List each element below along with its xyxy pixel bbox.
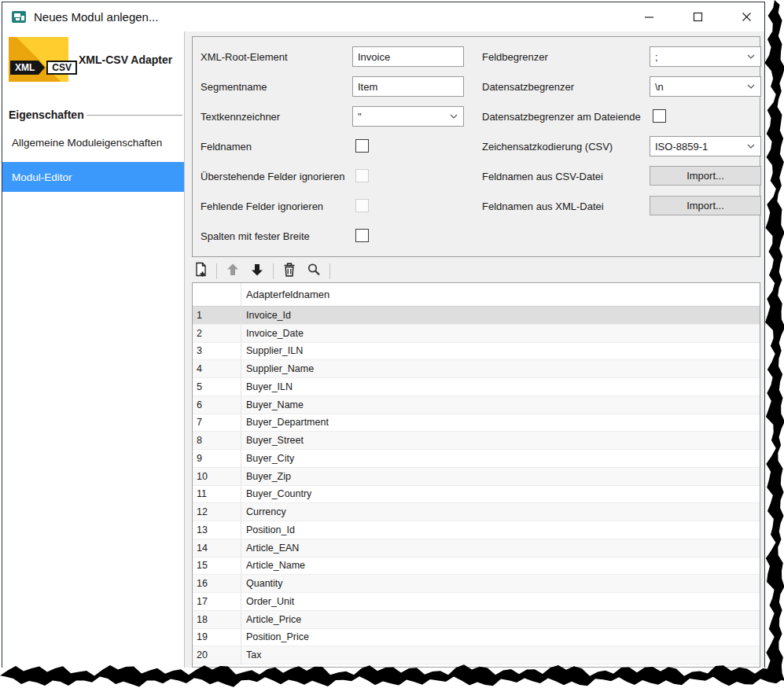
search-button[interactable] [305, 263, 322, 280]
adapter-field-name: Invoice_Date [241, 325, 760, 342]
table-row[interactable]: 9Buyer_City [193, 450, 760, 468]
row-number: 9 [193, 450, 241, 467]
table-row[interactable]: 7Buyer_Department [193, 414, 760, 432]
field-list-toolbar [192, 262, 330, 281]
form-row-feldnamen-aus-csv-datei: Feldnamen aus CSV-DateiImport... [193, 166, 760, 186]
table-row[interactable]: 13Position_Id [193, 521, 760, 539]
datensatzbegrenzer-am-dateiende-checkbox[interactable] [653, 109, 666, 123]
section-label: Eigenschaften [9, 109, 84, 121]
app-icon [12, 11, 26, 23]
adapter-field-name: Article_Price [241, 611, 760, 628]
form-row-zeichensatzkodierung-csv: Zeichensatzkodierung (CSV)ISO-8859-1 [193, 136, 760, 156]
adapter-fields-table: Adapterfeldnamen 1Invoice_Id2Invoice_Dat… [192, 282, 760, 668]
feldnamen-aus-xml-datei-import-button[interactable]: Import... [650, 196, 761, 215]
feldbegrenzer-select[interactable]: ; [650, 46, 761, 67]
adapter-field-name: Invoice_Id [241, 307, 760, 324]
table-row[interactable]: 12Currency [193, 503, 760, 521]
move-down-button[interactable] [248, 263, 266, 280]
title-bar: Neues Modul anlegen... [2, 2, 764, 31]
table-row[interactable]: 5Buyer_ILN [193, 378, 760, 396]
table-row[interactable]: 11Buyer_Country [193, 486, 760, 504]
table-row[interactable]: 17Order_Unit [193, 593, 760, 611]
table-row[interactable]: 6Buyer_Name [193, 396, 760, 414]
close-icon [742, 12, 752, 22]
adapter-field-name: Buyer_Name [241, 396, 760, 414]
adapter-field-name: Supplier_Name [241, 360, 760, 377]
row-number: 12 [193, 503, 241, 521]
row-number: 3 [193, 343, 241, 360]
feldnamen-aus-csv-datei-import-button[interactable]: Import... [650, 166, 761, 186]
table-row[interactable]: 8Buyer_Street [193, 432, 760, 450]
feldbegrenzer-label: Feldbegrenzer [482, 46, 548, 67]
toolbar-separator [329, 263, 330, 279]
table-row[interactable]: 19Position_Price [193, 629, 760, 647]
table-row[interactable]: 14Article_EAN [193, 539, 760, 557]
adapter-field-name: Tax [241, 646, 760, 664]
adapter-field-name: Currency [241, 503, 760, 521]
minimize-button[interactable] [637, 6, 661, 28]
close-button[interactable] [734, 6, 758, 28]
row-number: 11 [193, 486, 241, 503]
delete-button[interactable] [281, 263, 298, 280]
logo-xml-label: XML [10, 61, 39, 75]
minimize-icon [644, 12, 654, 22]
table-row[interactable]: 15Article_Name [193, 557, 760, 576]
move-down-icon [249, 262, 265, 281]
section-rule [86, 115, 182, 116]
window-title: Neues Modul anlegen... [34, 10, 158, 24]
row-number: 10 [193, 468, 241, 485]
chevron-down-icon [747, 84, 755, 89]
form-row-feldbegrenzer: Feldbegrenzer; [193, 46, 760, 67]
row-number: 14 [193, 539, 241, 557]
zeichensatzkodierung-csv-value: ISO-8859-1 [655, 141, 708, 153]
logo-csv-label: CSV [46, 61, 77, 75]
adapter-field-name: Buyer_Street [241, 432, 760, 449]
table-header: Adapterfeldnamen [193, 283, 760, 307]
adapter-field-name: Position_Id [241, 521, 760, 539]
properties-section-heading: Eigenschaften [9, 109, 182, 121]
row-number: 6 [193, 396, 241, 414]
maximize-button[interactable] [686, 6, 709, 28]
table-row[interactable]: 10Buyer_Zip [193, 468, 760, 486]
toolbar-separator [216, 263, 217, 279]
table-row[interactable]: 3Supplier_ILN [193, 343, 760, 361]
row-number: 13 [193, 521, 241, 539]
search-icon [306, 262, 322, 281]
table-row[interactable]: 20Tax [193, 646, 760, 664]
add-field-button[interactable] [192, 263, 209, 280]
move-up-button [224, 263, 241, 280]
adapter-field-name: Order_Unit [241, 593, 760, 610]
zeichensatzkodierung-csv-label: Zeichensatzkodierung (CSV) [482, 136, 613, 156]
row-number: 8 [193, 432, 241, 449]
form-row-spalten-mit-fester-breite: Spalten mit fester Breite [193, 226, 760, 246]
adapter-settings-groupbox: XML-Root-ElementInvoiceSegmentnameItemTe… [192, 36, 760, 257]
row-number: 16 [193, 575, 241, 592]
datensatzbegrenzer-label: Datensatzbegrenzer [482, 76, 574, 97]
sidebar-item-allgemeine-moduleigenschaften[interactable]: Allgemeine Moduleigenschaften [2, 129, 184, 156]
sidebar-item-modul-editor[interactable]: Modul-Editor [2, 162, 184, 192]
logo-arrow-icon [39, 61, 45, 75]
add-field-icon [193, 262, 208, 281]
table-row[interactable]: 4Supplier_Name [193, 360, 760, 378]
dialog-window: Neues Modul anlegen... XML CSV [2, 2, 765, 668]
zeichensatzkodierung-csv-select[interactable]: ISO-8859-1 [650, 136, 761, 156]
adapter-field-name: Quantity [241, 575, 760, 592]
row-number: 4 [193, 360, 241, 377]
row-number: 17 [193, 593, 241, 610]
spalten-mit-fester-breite-checkbox[interactable] [355, 229, 369, 242]
sidebar: XML CSV XML-CSV Adapter Eigenschaften Al… [2, 31, 185, 668]
table-row[interactable]: 18Article_Price [193, 611, 760, 629]
adapter-field-name: Buyer_ILN [241, 378, 760, 396]
table-row[interactable]: 16Quantity [193, 575, 760, 593]
row-number-column-header [193, 283, 241, 306]
table-row[interactable]: 1Invoice_Id [193, 307, 760, 325]
adapter-field-name: Position_Price [241, 629, 760, 646]
adapter-field-name: Buyer_Department [241, 414, 760, 432]
feldnamen-aus-csv-datei-label: Feldnamen aus CSV-Datei [482, 166, 603, 186]
feldnamen-aus-xml-datei-label: Feldnamen aus XML-Datei [482, 196, 604, 216]
form-row-feldnamen-aus-xml-datei: Feldnamen aus XML-DateiImport... [193, 196, 760, 216]
delete-icon [282, 262, 297, 281]
datensatzbegrenzer-select[interactable]: \n [650, 76, 761, 97]
table-row[interactable]: 2Invoice_Date [193, 325, 760, 343]
adapter-brand: XML CSV XML-CSV Adapter [2, 31, 184, 82]
